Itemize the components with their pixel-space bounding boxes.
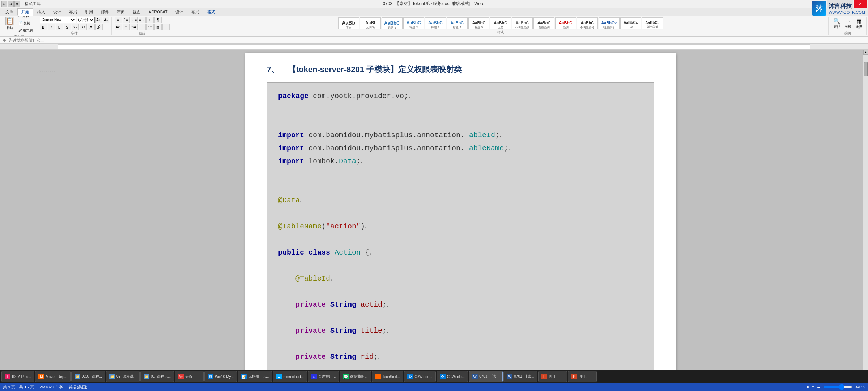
format-painter-button[interactable]: 🖌 格式刷 <box>17 27 34 34</box>
increase-font-button[interactable]: A+ <box>95 17 102 23</box>
tab-layout[interactable]: 布局 <box>65 8 81 16</box>
taskbar-item-cmd2[interactable]: ⚙ C:\Windo... <box>437 371 468 382</box>
italic-button[interactable]: I <box>48 24 55 30</box>
tab-design[interactable]: 设计 <box>49 8 65 16</box>
forward-icon[interactable]: ➡ <box>8 1 14 7</box>
clipboard-buttons[interactable]: 📋 粘贴 ✂ 剪切 📄 复制 🖌 格式刷 <box>4 16 34 34</box>
align-center-button[interactable]: ≡ <box>123 24 130 30</box>
tab-mailings[interactable]: 邮件 <box>97 8 113 16</box>
taskbar-item-techsmith[interactable]: T TechSmit... <box>372 371 403 382</box>
style-gallery: AaBb 正文 AaBl 无间隔 AaBbC 标题 1 AaBbC 标题 2 A… <box>338 17 663 29</box>
indent-decrease-button[interactable]: ←≡ <box>131 17 138 23</box>
taskbar-item-folder1[interactable]: 📁 0207_课程... <box>71 371 105 382</box>
refresh-icon[interactable]: ↺ <box>14 1 20 7</box>
sort-button[interactable]: ↕ <box>146 17 154 23</box>
taskbar-item-ppt2[interactable]: P PPT2 <box>568 371 597 382</box>
style-intense-emphasis[interactable]: AaBbC 着重强调 <box>533 17 554 29</box>
doc-path-bar: ◆ <box>0 37 868 44</box>
bold-button[interactable]: B <box>40 24 47 30</box>
line-spacing-button[interactable]: ↕≡ <box>146 24 154 30</box>
cut-button[interactable]: ✂ 剪切 <box>17 16 34 20</box>
subscript-button[interactable]: X₂ <box>72 24 79 30</box>
taskbar-item-idea[interactable]: I IDEA Plus... <box>1 371 34 382</box>
view-normal-icon[interactable]: ■ <box>807 385 809 389</box>
bullets-button[interactable]: ≡ <box>115 17 122 23</box>
tab-acrobat[interactable]: ACROBAT <box>145 8 171 16</box>
taskbar-item-cmd1[interactable]: ⚙ C:\Windo... <box>404 371 435 382</box>
shading-button[interactable]: ▦ <box>154 24 162 30</box>
zoom-slider[interactable] <box>823 384 852 390</box>
scroll-thumb[interactable] <box>864 62 868 76</box>
style-quote[interactable]: AaBbC 不明显参考 <box>577 17 598 29</box>
font-color-button[interactable]: A <box>88 24 95 30</box>
style-subtle-emphasis[interactable]: AaBbC 不明显强调 <box>512 17 533 29</box>
style-heading5[interactable]: AaBbC 标题 5 <box>468 17 489 29</box>
style-list-paragraph[interactable]: AaBbCc 列出段落 <box>642 17 663 29</box>
title-bar-icon-group[interactable]: ⬅ ➡ ↺ <box>1 1 20 7</box>
find-button[interactable]: 🔍 查找 <box>831 17 842 30</box>
strikethrough-button[interactable]: S <box>64 24 71 30</box>
tab-design2[interactable]: 设计 <box>171 8 187 16</box>
font-size-select[interactable]: (六号) <box>77 17 95 23</box>
font-family-select[interactable]: Courier New <box>40 17 76 23</box>
taskbar-item-wechat[interactable]: 💬 微信截图... <box>340 371 371 382</box>
style-heading3[interactable]: AaBbC 标题 3 <box>425 17 446 29</box>
taskbar-item-toutiao[interactable]: 头 头条 <box>175 371 204 382</box>
show-marks-button[interactable]: ¶ <box>154 17 162 23</box>
decrease-font-button[interactable]: A- <box>103 17 109 23</box>
code-block[interactable]: package com.yootk.provider.vo; import co… <box>267 82 654 383</box>
tab-references[interactable]: 引用 <box>81 8 97 16</box>
style-strong[interactable]: AaBbC 强调 <box>555 17 576 29</box>
justify-button[interactable]: ☰ <box>139 24 146 30</box>
style-intense-quote[interactable]: AaBbCv 明显参考 <box>599 17 620 29</box>
style-no-spacing[interactable]: AaBl 无间隔 <box>360 17 381 29</box>
view-read-icon[interactable]: ≡ <box>812 385 814 389</box>
taskbar-item-baidu[interactable]: 百 百度推广... <box>308 371 339 382</box>
code-line-blank7 <box>278 259 643 272</box>
scroll-up-button[interactable]: ▲ <box>863 50 868 55</box>
taskbar-item-word2[interactable]: W 0701_【素... <box>503 371 537 382</box>
taskbar-item-folder2[interactable]: 📁 02_课程讲... <box>106 371 140 382</box>
style-body[interactable]: AaBbC 正文 <box>490 17 511 29</box>
taskbar-item-folder3[interactable]: 📁 01_课程记... <box>140 371 174 382</box>
tab-view[interactable]: 视图 <box>129 8 145 16</box>
superscript-button[interactable]: X² <box>80 24 87 30</box>
taskbar-item-ppt1[interactable]: P PPT <box>538 371 567 382</box>
doc-content[interactable]: 7、 【token-server-8201 子模块】定义权限表映射类 packa… <box>58 50 863 383</box>
tab-insert[interactable]: 插入 <box>33 8 49 16</box>
underline-button[interactable]: U <box>56 24 63 30</box>
tell-me-input[interactable] <box>9 38 81 42</box>
vertical-scrollbar[interactable]: ▲ ▼ <box>863 50 868 383</box>
indent-increase-button[interactable]: ≡→ <box>139 17 146 23</box>
align-left-button[interactable]: ⬅≡ <box>115 24 122 30</box>
highlight-button[interactable]: 🖊 <box>95 24 103 30</box>
tab-review[interactable]: 审阅 <box>113 8 129 16</box>
style-heading4[interactable]: AaBbC 标题 4 <box>447 17 468 29</box>
border-button[interactable]: □ <box>162 24 170 30</box>
back-icon[interactable]: ⬅ <box>1 1 7 7</box>
taskbar-item-word1[interactable]: W 0703_【素... <box>469 371 503 382</box>
style-normal[interactable]: AaBb 正文 <box>338 17 359 29</box>
numbering-button[interactable]: 1≡ <box>123 17 130 23</box>
editing-buttons[interactable]: 🔍 查找 ↔ 替换 ▦ 选择 <box>831 17 864 30</box>
paste-button[interactable]: 📋 粘贴 <box>4 16 16 31</box>
replace-button[interactable]: ↔ 替换 <box>843 17 853 30</box>
ribbon-tab-bar[interactable]: 文件 开始 插入 设计 布局 引用 邮件 审阅 视图 ACROBAT 设计 布局… <box>0 8 868 16</box>
tab-file[interactable]: 文件 <box>1 8 17 16</box>
code-line-blank9 <box>278 311 643 324</box>
code-line-data-annotation: @Data <box>278 194 643 207</box>
style-book-title[interactable]: AaBbCc 书名 <box>620 17 641 29</box>
copy-button[interactable]: 📄 复制 <box>17 20 34 27</box>
tab-format[interactable]: 格式 <box>203 8 219 16</box>
taskbar-item-notepad[interactable]: 📝 无标题 - 记... <box>238 371 272 382</box>
taskbar-item-microcloud[interactable]: ☁ microcloud... <box>273 371 307 382</box>
taskbar-item-maven[interactable]: M Maven Rep... <box>35 371 70 382</box>
tab-layout2[interactable]: 布局 <box>187 8 203 16</box>
style-heading2[interactable]: AaBbC 标题 2 <box>403 17 424 29</box>
style-heading1[interactable]: AaBbC 标题 1 <box>382 17 403 29</box>
select-button[interactable]: ▦ 选择 <box>854 17 864 30</box>
tab-home[interactable]: 开始 <box>17 8 33 16</box>
align-right-button[interactable]: ≡➡ <box>131 24 138 30</box>
view-web-icon[interactable]: ≣ <box>817 385 820 390</box>
taskbar-item-mysql[interactable]: 🗄 Win10 My... <box>204 371 237 382</box>
